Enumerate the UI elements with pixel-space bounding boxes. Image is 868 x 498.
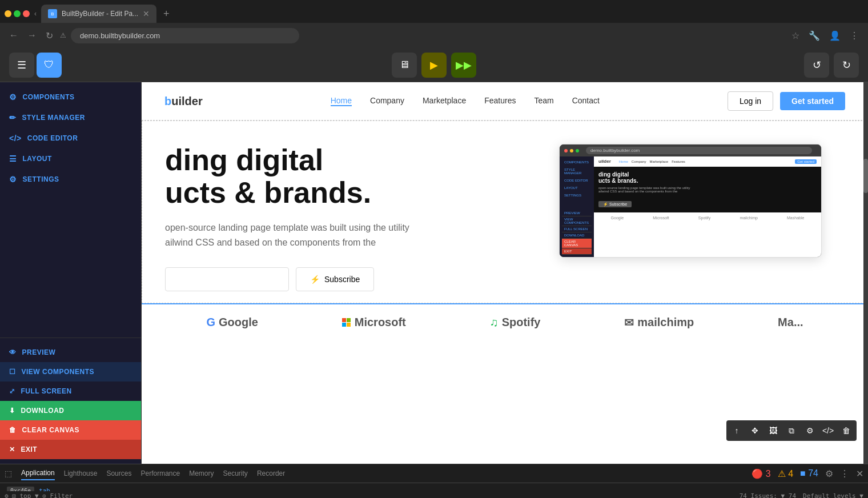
devtools-hex-row: 0xc46e tab: [7, 487, 861, 491]
secure-icon: ⚠: [60, 31, 66, 39]
sidebar-item-code-editor[interactable]: </> CODE EDITOR: [0, 128, 141, 148]
exit-action[interactable]: ✕ EXIT: [0, 440, 141, 459]
sidebar: ⚙ COMPONENTS ✏ STYLE MANAGER </> CODE ED…: [0, 82, 142, 464]
get-started-button[interactable]: Get started: [780, 92, 845, 110]
devtools-tab-application[interactable]: Application: [21, 467, 55, 480]
tab-close-btn[interactable]: ✕: [143, 9, 150, 18]
mini-minimize: [570, 149, 573, 152]
components-label: COMPONENTS: [23, 93, 75, 101]
mini-close: [564, 149, 568, 152]
code-tool[interactable]: </>: [820, 423, 836, 439]
copy-tool[interactable]: ⧉: [783, 423, 799, 439]
nav-link-home[interactable]: Home: [331, 96, 352, 106]
email-input[interactable]: [165, 267, 289, 291]
url-input[interactable]: [71, 28, 299, 43]
sidebar-item-components[interactable]: ⚙ COMPONENTS: [0, 87, 141, 107]
canvas-scrollbar[interactable]: [863, 82, 868, 464]
exit-label: EXIT: [21, 445, 38, 453]
devtools-more-icon[interactable]: ⋮: [840, 468, 849, 479]
devtools-close-icon[interactable]: ✕: [856, 468, 863, 479]
partner-mailchimp: ✉mailchimp: [624, 316, 694, 330]
move-tool[interactable]: ✥: [747, 423, 763, 439]
devtools-tab-security[interactable]: Security: [223, 467, 248, 480]
download-action[interactable]: ⬇ DOWNLOAD: [0, 401, 141, 420]
devtools-tab-performance[interactable]: Performance: [140, 467, 180, 480]
extensions-btn[interactable]: 🔧: [806, 28, 822, 43]
devtools-tab-recorder[interactable]: Recorder: [257, 467, 285, 480]
hero-screenshot: demo.builtbybuilder.com COMPONENTS STYLE…: [559, 144, 822, 258]
delete-tool[interactable]: 🗑: [838, 423, 854, 439]
nav-link-marketplace[interactable]: Marketplace: [423, 96, 466, 106]
devtools-settings-icon[interactable]: ⚙: [825, 468, 833, 479]
scrollbar-thumb[interactable]: [863, 159, 868, 193]
full-screen-label: FULL SCREEN: [21, 387, 72, 395]
layout-label: LAYOUT: [23, 155, 52, 163]
mini-clear: CLEAR CANVAS: [562, 239, 592, 248]
website-preview: builder Home Company Marketplace Feature…: [142, 82, 868, 464]
nav-link-team[interactable]: Team: [534, 96, 553, 106]
devtools-element-icon[interactable]: ⬚: [5, 469, 12, 478]
spotify-icon: ♫: [490, 316, 499, 329]
save-btn[interactable]: 🛡: [37, 53, 62, 78]
sidebar-item-layout[interactable]: ☰ LAYOUT: [0, 148, 141, 169]
profile-btn[interactable]: 👤: [827, 28, 843, 43]
view-components-action[interactable]: ☐ VIEW COMPONENTS: [0, 362, 141, 381]
bookmark-btn[interactable]: ☆: [789, 28, 802, 43]
back-btn[interactable]: ←: [7, 28, 21, 43]
nav-link-company[interactable]: Company: [370, 96, 404, 106]
mini-fullscreen: FULL SCREEN: [562, 226, 592, 232]
top-toolbar: ☰ 🛡 🖥 ▶ ▶▶ ↺ ↻: [0, 48, 868, 82]
maximize-btn[interactable]: [14, 10, 21, 17]
image-tool[interactable]: 🖼: [765, 423, 781, 439]
exit-icon: ✕: [9, 445, 15, 453]
browser-actions: ☆ 🔧 👤 ⋮: [789, 28, 861, 43]
move-up-tool[interactable]: ↑: [729, 423, 745, 439]
login-button[interactable]: Log in: [728, 91, 773, 111]
nav-link-features[interactable]: Features: [484, 96, 516, 106]
mini-home-link: Home: [619, 160, 628, 163]
forward-btn[interactable]: →: [25, 28, 39, 43]
sidebar-bottom: 👁 PREVIEW ☐ VIEW COMPONENTS ⤢ FULL SCREE…: [0, 338, 141, 464]
hero-description: open-source landing page template was bu…: [165, 220, 536, 250]
full-screen-action[interactable]: ⤢ FULL SCREEN: [0, 381, 141, 401]
sidebar-item-settings[interactable]: ⚙ SETTINGS: [0, 169, 141, 190]
partner-google: GGoogle: [206, 316, 258, 329]
style-manager-label: STYLE MANAGER: [22, 114, 86, 122]
mini-hero-title: ding digitalucts & brands.: [598, 171, 817, 184]
components-icon: ⚙: [9, 93, 17, 102]
window-controls: [5, 10, 30, 17]
devtools-tab-sources[interactable]: Sources: [106, 467, 131, 480]
sidebar-item-style-manager[interactable]: ✏ STYLE MANAGER: [0, 107, 141, 128]
site-logo: builder: [164, 95, 203, 108]
active-tab[interactable]: B BuiltByBuilder - Edit Pa... ✕: [41, 5, 156, 23]
settings-panel-btn[interactable]: ☰: [9, 53, 34, 78]
undo-btn[interactable]: ↺: [804, 53, 829, 78]
canvas-toolbar: ↑ ✥ 🖼 ⧉ ⚙ </> 🗑: [726, 420, 857, 441]
toolbar-right: ↺ ↻: [804, 53, 859, 78]
desktop-view-btn[interactable]: 🖥: [392, 53, 417, 78]
nav-link-contact[interactable]: Contact: [572, 96, 600, 106]
settings-tool[interactable]: ⚙: [802, 423, 818, 439]
hero-title-line2: ucts & brands.: [165, 176, 536, 209]
tab-list-chevron[interactable]: ‹: [32, 7, 39, 20]
subscribe-button[interactable]: ⚡ Subscribe: [296, 267, 374, 291]
publish-btn[interactable]: ▶▶: [451, 53, 476, 78]
new-tab-btn[interactable]: +: [159, 6, 174, 22]
menu-btn[interactable]: ⋮: [847, 28, 861, 43]
lightning-icon: ⚡: [310, 275, 320, 284]
minimize-btn[interactable]: [5, 10, 11, 17]
redo-btn[interactable]: ↻: [834, 53, 859, 78]
devtools-tab-memory[interactable]: Memory: [189, 467, 214, 480]
code-editor-label: CODE EDITOR: [27, 134, 78, 142]
reload-btn[interactable]: ↻: [43, 28, 55, 43]
close-btn[interactable]: [23, 10, 30, 17]
preview-action[interactable]: 👁 PREVIEW: [0, 343, 141, 362]
devtools-tab-lighthouse[interactable]: Lighthouse: [64, 467, 98, 480]
preview-mode-btn[interactable]: ▶: [421, 53, 447, 78]
clear-canvas-action[interactable]: 🗑 CLEAR CANVAS: [0, 420, 141, 440]
download-icon: ⬇: [9, 407, 15, 415]
code-editor-icon: </>: [9, 134, 22, 143]
mini-code: CODE EDITOR: [562, 177, 592, 184]
mini-spotify: Spotify: [698, 216, 710, 220]
mini-content: uilder Home Company Marketplace Features…: [594, 156, 821, 257]
